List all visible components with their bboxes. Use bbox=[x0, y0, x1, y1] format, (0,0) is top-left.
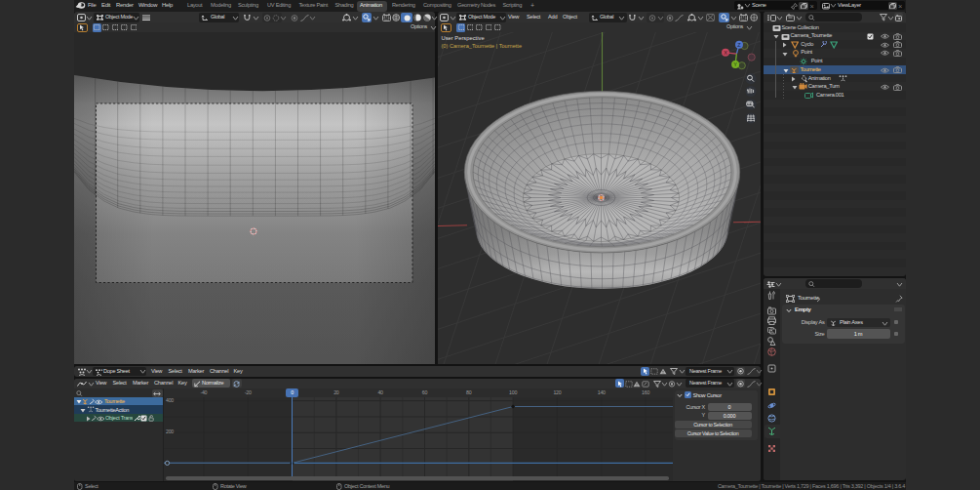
svg-text:Y: Y bbox=[733, 61, 737, 67]
svg-text:(0) Camera_Tournette | Tournet: (0) Camera_Tournette | Tournette bbox=[442, 43, 523, 49]
svg-text:User Perspective: User Perspective bbox=[442, 35, 485, 41]
svg-text:X: X bbox=[724, 50, 727, 56]
